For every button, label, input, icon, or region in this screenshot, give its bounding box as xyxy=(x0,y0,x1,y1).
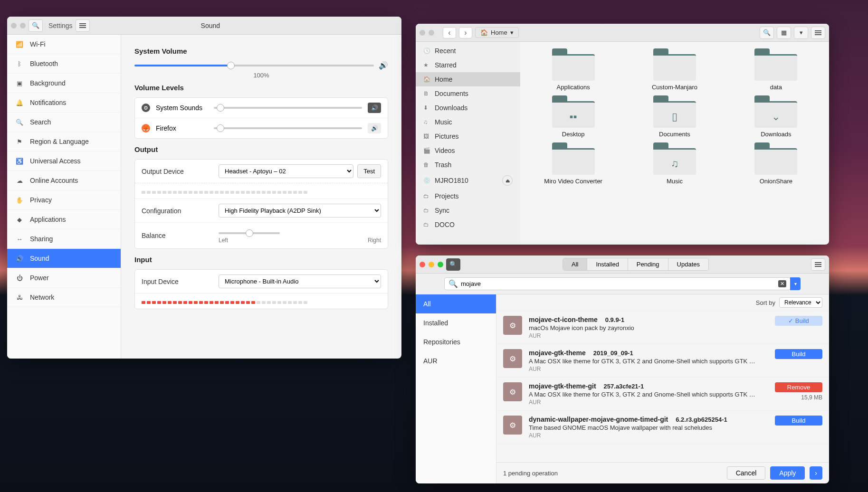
folder-icon xyxy=(552,48,595,81)
sidebar-item-sharing[interactable]: ↔Sharing xyxy=(7,229,121,249)
folder-desktop[interactable]: ▪▪Desktop xyxy=(530,95,617,138)
mute-toggle[interactable]: 🔊 xyxy=(368,103,381,113)
test-button[interactable]: Test xyxy=(357,164,381,178)
min-dot[interactable] xyxy=(429,30,434,36)
folder-downloads[interactable]: ⌄Downloads xyxy=(733,95,820,138)
sidebar-item-applications[interactable]: ◆Applications xyxy=(7,210,121,229)
folder-onionshare[interactable]: OnionShare xyxy=(733,142,820,185)
eject-icon[interactable]: ⏏ xyxy=(502,175,513,186)
action-button[interactable]: Remove xyxy=(775,382,822,392)
sidebar-item-recent[interactable]: 🕓Recent xyxy=(416,44,520,58)
balance-slider[interactable] xyxy=(219,232,280,234)
sidebar-item-bluetooth[interactable]: ᛒBluetooth xyxy=(7,54,121,74)
cancel-button[interactable]: Cancel xyxy=(727,466,766,480)
sidebar-item-home[interactable]: 🏠Home xyxy=(416,72,520,86)
search-icon[interactable]: 🔍 xyxy=(446,258,460,271)
view-toggle-icon[interactable]: ▦ xyxy=(777,27,791,39)
sidebar-item-projects[interactable]: 🗀Projects xyxy=(416,189,520,203)
action-button[interactable]: Build xyxy=(775,416,822,426)
sidebar-item-documents[interactable]: 🗎Documents xyxy=(416,86,520,101)
path-breadcrumb[interactable]: 🏠 Home ▾ xyxy=(475,27,519,38)
sidebar-item-background[interactable]: ▣Background xyxy=(7,74,121,93)
search-icon[interactable]: 🔍 xyxy=(29,19,43,32)
app-volume-slider[interactable] xyxy=(214,107,362,109)
folder-icon xyxy=(653,48,696,81)
max-dot[interactable] xyxy=(438,262,443,267)
sidebar-item-sound[interactable]: 🔊Sound xyxy=(7,249,121,268)
input-device-select[interactable]: Microphone - Built-in Audio xyxy=(219,274,381,288)
forward-button[interactable]: › xyxy=(459,27,472,38)
sidebar-item-wi-fi[interactable]: 📶Wi-Fi xyxy=(7,35,121,54)
search-input[interactable] xyxy=(461,280,775,287)
filter-all[interactable]: All xyxy=(416,294,496,313)
hamburger-icon[interactable] xyxy=(811,27,825,39)
next-button[interactable]: › xyxy=(810,466,822,480)
sidebar-item-mjro1810[interactable]: 💿MJRO1810⏏ xyxy=(416,172,520,189)
settings-window: 🔍 Settings Sound 📶Wi-FiᛒBluetooth▣Backgr… xyxy=(7,17,401,359)
clear-icon[interactable]: ✕ xyxy=(778,280,786,287)
package-row[interactable]: ⚙ mojave-gtk-theme2019_09_09-1 A Mac OSX… xyxy=(496,344,829,378)
view-menu-icon[interactable]: ▾ xyxy=(794,27,808,39)
config-select[interactable]: High Fidelity Playback (A2DP Sink) xyxy=(219,204,381,218)
place-icon: 💿 xyxy=(423,177,430,184)
sidebar-item-network[interactable]: 🖧Network xyxy=(7,288,121,307)
place-icon: 🗀 xyxy=(423,221,430,228)
tab-installed[interactable]: Installed xyxy=(587,258,628,270)
sidebar-item-downloads[interactable]: ⬇Downloads xyxy=(416,101,520,115)
mute-toggle[interactable]: 🔊 xyxy=(368,123,381,133)
filter-repositories[interactable]: Repositories xyxy=(416,332,496,351)
output-device-select[interactable]: Headset - Aptoyu – 02 xyxy=(219,164,353,178)
system-volume-slider[interactable] xyxy=(134,65,374,66)
sidebar-item-doco[interactable]: 🗀DOCO xyxy=(416,218,520,232)
search-icon[interactable]: 🔍 xyxy=(760,27,774,39)
search-dropdown[interactable]: ▾ xyxy=(790,277,801,290)
tab-all[interactable]: All xyxy=(563,258,587,270)
sidebar-item-sync[interactable]: 🗀Sync xyxy=(416,203,520,218)
folder-icon: ⌄ xyxy=(754,95,797,128)
apply-button[interactable]: Apply xyxy=(770,466,805,480)
sort-select[interactable]: Relevance xyxy=(779,297,822,308)
action-button[interactable]: ✓ Build xyxy=(775,316,822,326)
min-dot[interactable] xyxy=(429,262,434,267)
folder-documents[interactable]: ▯Documents xyxy=(631,95,718,138)
close-dot[interactable] xyxy=(11,23,17,28)
folder-custom-manjaro[interactable]: Custom-Manjaro xyxy=(631,48,718,91)
filter-aur[interactable]: AUR xyxy=(416,351,496,370)
sidebar-item-starred[interactable]: ★Starred xyxy=(416,58,520,72)
sidebar-item-region-language[interactable]: ⚑Region & Language xyxy=(7,132,121,151)
hamburger-icon[interactable] xyxy=(76,19,90,32)
folder-applications[interactable]: Applications xyxy=(530,48,617,91)
sidebar-item-search[interactable]: 🔍Search xyxy=(7,113,121,132)
sidebar-item-notifications[interactable]: 🔔Notifications xyxy=(7,93,121,113)
sidebar-item-music[interactable]: ♫Music xyxy=(416,115,520,129)
sidebar-item-online-accounts[interactable]: ☁Online Accounts xyxy=(7,171,121,190)
folder-music[interactable]: ♫Music xyxy=(631,142,718,185)
place-icon: 🕓 xyxy=(423,47,430,54)
close-dot[interactable] xyxy=(420,262,425,267)
sidebar-item-videos[interactable]: 🎬Videos xyxy=(416,143,520,158)
action-button[interactable]: Build xyxy=(775,349,822,359)
package-row[interactable]: ⚙ dynamic-wallpaper-mojave-gnome-timed-g… xyxy=(496,411,829,444)
hamburger-icon[interactable] xyxy=(811,258,825,271)
tab-pending[interactable]: Pending xyxy=(628,258,668,270)
sidebar-item-universal-access[interactable]: ♿Universal Access xyxy=(7,151,121,171)
sidebar-item-power[interactable]: ⏻Power xyxy=(7,268,121,288)
back-button[interactable]: ‹ xyxy=(443,27,456,38)
package-version: 257.a3cfe21-1 xyxy=(604,383,644,390)
folder-miro-video-converter[interactable]: Miro Video Converter xyxy=(530,142,617,185)
sidebar-item-privacy[interactable]: ✋Privacy xyxy=(7,190,121,210)
close-dot[interactable] xyxy=(420,30,425,36)
folder-data[interactable]: data xyxy=(733,48,820,91)
tab-updates[interactable]: Updates xyxy=(668,258,708,270)
package-row[interactable]: ⚙ mojave-ct-icon-theme0.9.9-1 macOs Moja… xyxy=(496,311,829,344)
sidebar-item-trash[interactable]: 🗑Trash xyxy=(416,158,520,172)
package-row[interactable]: ⚙ mojave-gtk-theme-git257.a3cfe21-1 A Ma… xyxy=(496,378,829,411)
min-dot[interactable] xyxy=(20,23,26,28)
sidebar-item-pictures[interactable]: 🖼Pictures xyxy=(416,129,520,143)
package-source: AUR xyxy=(529,332,768,339)
volume-percent: 100% xyxy=(134,72,388,79)
folder-icon xyxy=(552,142,595,175)
app-volume-slider[interactable] xyxy=(214,127,362,129)
package-icon: ⚙ xyxy=(503,349,522,368)
filter-installed[interactable]: Installed xyxy=(416,313,496,332)
